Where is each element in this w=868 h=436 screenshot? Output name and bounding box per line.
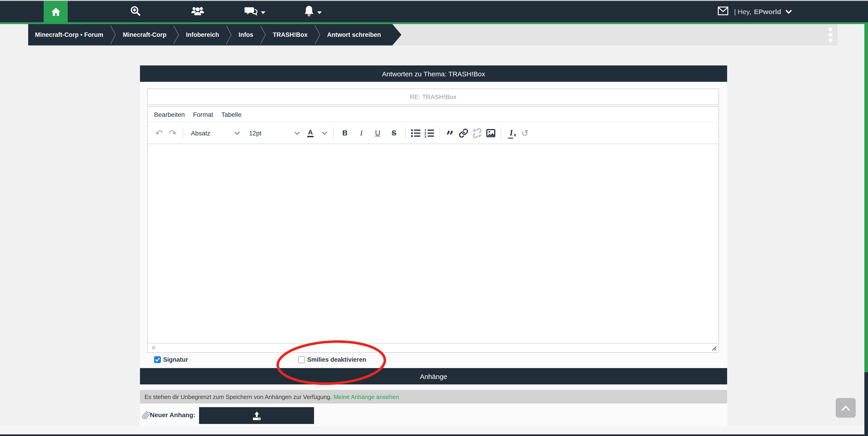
smilies-checkbox[interactable]: [298, 356, 305, 363]
search-button[interactable]: [130, 1, 141, 22]
view-attachments-link[interactable]: Meine Anhänge ansehen: [334, 393, 399, 400]
toolbar-separator: [183, 127, 183, 139]
menu-format[interactable]: Format: [193, 111, 213, 118]
redo-icon: ↷: [169, 128, 177, 137]
breadcrumb-separator-icon: [226, 24, 232, 45]
insert-link-button[interactable]: [457, 125, 470, 141]
new-attachment-label: Neuer Anhang:: [150, 411, 195, 418]
toolbar-separator: [501, 127, 501, 139]
font-size-select[interactable]: 12pt: [245, 125, 305, 141]
breadcrumb-item-infos[interactable]: Infos: [232, 24, 260, 45]
numbered-list-button[interactable]: 123: [423, 125, 436, 141]
numbered-list-icon: 123: [425, 128, 434, 137]
scrollbar-thumb[interactable]: [864, 22, 868, 372]
resize-handle[interactable]: [711, 345, 717, 350]
upload-attachment-button[interactable]: [199, 407, 314, 424]
undo-button[interactable]: ↶: [152, 125, 166, 141]
envelope-icon[interactable]: [718, 6, 728, 17]
restore-draft-icon: ↺: [521, 128, 529, 137]
italic-button[interactable]: I: [353, 125, 369, 141]
editor-content[interactable]: [148, 144, 718, 343]
menu-tabelle[interactable]: Tabelle: [221, 111, 242, 118]
signature-checkbox[interactable]: [154, 356, 161, 363]
subject-input[interactable]: [147, 89, 719, 105]
underline-button[interactable]: U: [369, 125, 386, 141]
chevron-down-icon: [322, 131, 327, 135]
user-menu-chevron-icon: [786, 8, 792, 15]
conversations-icon: [245, 5, 258, 18]
breadcrumb-separator-icon: [260, 24, 266, 45]
user-menu[interactable]: | Hey, EPworld: [734, 8, 792, 15]
notifications-icon: [304, 5, 314, 19]
signature-checkbox-row[interactable]: Signatur: [154, 356, 188, 363]
user-area: | Hey, EPworld: [718, 1, 792, 22]
text-color-button[interactable]: A: [305, 125, 330, 141]
paragraph-format-select[interactable]: Absatz: [186, 125, 245, 141]
restore-draft-button[interactable]: ↺: [518, 125, 532, 141]
breadcrumb-separator-icon: [110, 24, 116, 45]
breadcrumb-separator-icon: [174, 24, 179, 45]
bullet-list-icon: [411, 128, 421, 137]
search-icon: [130, 5, 141, 18]
text-color-icon: A: [307, 128, 314, 137]
image-icon: [486, 128, 496, 138]
link-icon: [459, 128, 469, 138]
chevron-up-icon: [841, 404, 851, 411]
toolbar-separator: [405, 127, 406, 139]
toolbar-separator: [333, 127, 334, 139]
notifications-button[interactable]: [304, 1, 322, 22]
element-path[interactable]: P: [152, 345, 156, 350]
redo-button[interactable]: ↷: [166, 125, 180, 141]
insert-image-button[interactable]: [484, 125, 498, 141]
username: EPworld: [754, 8, 781, 15]
ellipsis-menu-icon[interactable]: [824, 24, 837, 45]
chevron-down-icon: [317, 7, 322, 16]
bottom-band: [0, 426, 868, 434]
blockquote-icon: ”: [446, 133, 454, 139]
scrollbar-track[interactable]: [864, 372, 868, 434]
breadcrumb: Minecraft-Corp • Forum Minecraft-Corp In…: [28, 24, 402, 45]
signature-label: Signatur: [163, 356, 188, 363]
breadcrumb-bar: Minecraft-Corp • Forum Minecraft-Corp In…: [28, 24, 838, 45]
scroll-to-top-button[interactable]: [836, 398, 856, 417]
bullet-list-button[interactable]: [409, 125, 423, 141]
paperclip-icon: [141, 409, 150, 422]
menu-bearbeiten[interactable]: Bearbeiten: [154, 111, 185, 118]
breadcrumb-item-minecraft-corp[interactable]: Minecraft-Corp: [116, 24, 173, 45]
members-button[interactable]: [191, 1, 205, 22]
breadcrumb-item-infobereich[interactable]: Infobereich: [179, 24, 226, 45]
remove-link-button[interactable]: [470, 125, 484, 141]
chevron-down-icon: [261, 7, 266, 16]
attachments-panel-header: Anhänge: [140, 368, 727, 384]
home-icon: [51, 7, 61, 19]
members-icon: [191, 5, 205, 18]
editor-statusbar: P: [148, 343, 718, 352]
checkmark-icon: [155, 357, 160, 362]
breadcrumb-item-forum-root[interactable]: Minecraft-Corp • Forum: [28, 24, 110, 45]
next-section-edge: [0, 434, 868, 436]
breadcrumb-item-trashbox[interactable]: TRASH!Box: [266, 24, 314, 45]
attachments-title: Anhänge: [420, 372, 447, 380]
font-size-value: 12pt: [249, 129, 261, 136]
breadcrumb-item-antwort-schreiben[interactable]: Antwort schreiben: [320, 24, 388, 45]
upload-icon: [251, 410, 262, 421]
clear-formatting-icon: Ix: [510, 128, 513, 138]
bold-button[interactable]: B: [337, 125, 353, 141]
reply-panel-title: Antworten zu Thema: TRASH!Box: [382, 70, 485, 77]
editor-menubar: Bearbeiten Format Tabelle: [148, 107, 718, 122]
breadcrumb-separator-icon: [314, 24, 320, 45]
rich-text-editor: Bearbeiten Format Tabelle ↶ ↷ Absatz 12p…: [147, 106, 719, 353]
unlink-icon: [472, 128, 482, 138]
smilies-checkbox-row[interactable]: Smilies deaktivieren: [298, 356, 366, 363]
blockquote-button[interactable]: ”: [443, 125, 457, 141]
svg-text:3: 3: [425, 134, 426, 137]
clear-formatting-button[interactable]: Ix: [504, 125, 518, 141]
undo-icon: ↶: [155, 128, 163, 137]
chevron-down-icon: [235, 131, 240, 135]
home-button[interactable]: [43, 1, 68, 24]
strikethrough-button[interactable]: S: [386, 125, 402, 141]
toolbar-separator: [439, 127, 440, 139]
conversations-button[interactable]: [245, 1, 266, 22]
page: | Hey, EPworld Minecraft-Corp • Forum Mi…: [0, 0, 868, 436]
chevron-down-icon: [294, 131, 300, 135]
